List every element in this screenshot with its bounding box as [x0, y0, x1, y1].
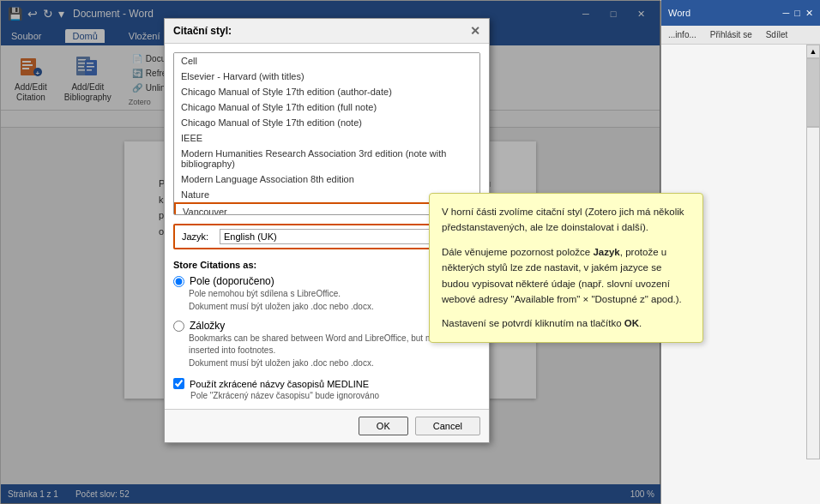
dialog-title-bar: Citační styl: ✕	[165, 19, 489, 44]
right-panel-toolbar: ...info... Přihlásit se Sdílet	[661, 26, 820, 45]
right-minimize-button[interactable]: ─	[783, 8, 790, 19]
ok-button[interactable]: OK	[359, 417, 408, 435]
info-button[interactable]: ...info...	[665, 28, 700, 41]
style-item-chicago-author[interactable]: Chicago Manual of Style 17th edition (au…	[174, 84, 479, 99]
radio-zalozky-desc2: Dokument musí být uložen jako .doc nebo …	[173, 357, 480, 369]
style-list[interactable]: Cell Elsevier - Harvard (with titles) Ch…	[173, 52, 480, 215]
style-item-ieee[interactable]: IEEE	[174, 130, 479, 146]
checkbox-label: Použít zkrácené názvy časopisů MEDLINE	[190, 379, 369, 389]
language-label: Jazyk:	[182, 231, 213, 242]
tooltip-bold-ok: OK	[624, 318, 639, 328]
tooltip-para-3: Nastavení se potvrdí kliknutím na tlačít…	[442, 315, 690, 331]
dialog-title: Citační styl:	[173, 25, 232, 37]
radio-pole[interactable]	[173, 276, 184, 287]
radio-pole-label: Pole (doporučeno)	[190, 275, 274, 287]
dialog-close-button[interactable]: ✕	[470, 24, 480, 38]
medline-checkbox[interactable]	[173, 378, 184, 389]
tooltip-bubble: V horní části zvolíme citační styl (Zote…	[429, 193, 703, 343]
right-restore-button[interactable]: □	[794, 8, 800, 19]
radio-zalozky[interactable]	[173, 321, 184, 332]
style-item-mhra[interactable]: Modern Humanities Research Association 3…	[174, 146, 479, 171]
checkbox-row: Použít zkrácené názvy časopisů MEDLINE	[173, 378, 480, 389]
tooltip-para-2: Dále věnujeme pozornost položce Jazyk, p…	[442, 244, 690, 308]
scrollbar-thumb[interactable]	[806, 58, 820, 127]
radio-zalozky-label: Záložky	[190, 320, 225, 332]
tooltip-bold-jazyk: Jazyk	[593, 247, 619, 257]
style-item-mla[interactable]: Modern Language Association 8th edition	[174, 171, 479, 187]
signin-button[interactable]: Přihlásit se	[707, 28, 756, 41]
dialog-footer: OK Cancel	[165, 409, 489, 442]
right-panel-title: Word ─ □ ✕	[661, 0, 820, 26]
style-item-elsevier[interactable]: Elsevier - Harvard (with titles)	[174, 69, 479, 84]
cancel-button[interactable]: Cancel	[415, 417, 480, 435]
style-item-chicago-full[interactable]: Chicago Manual of Style 17th edition (fu…	[174, 99, 479, 115]
checkbox-desc: Pole "Zkrácený název časopisu" bude igno…	[173, 391, 480, 400]
scrollbar-track	[806, 127, 820, 459]
right-panel-title-text: Word	[668, 8, 783, 18]
style-item-cell[interactable]: Cell	[174, 53, 479, 69]
tooltip-para-1: V horní části zvolíme citační styl (Zote…	[442, 204, 690, 236]
style-item-chicago-note[interactable]: Chicago Manual of Style 17th edition (no…	[174, 115, 479, 130]
right-close-button[interactable]: ✕	[805, 8, 813, 19]
scrollbar-up-button[interactable]: ▲	[806, 45, 820, 58]
share-button[interactable]: Sdílet	[763, 28, 792, 41]
